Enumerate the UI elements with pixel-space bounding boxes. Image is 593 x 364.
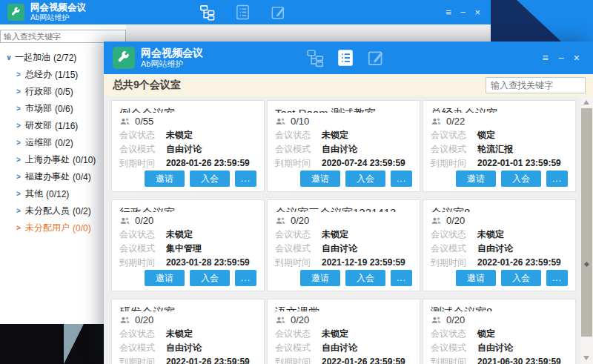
tree-item-label: 市场部 [25, 102, 52, 115]
expire-value: 2020-07-24 23:59:59 [322, 156, 405, 171]
status-value: 锁定 [477, 327, 495, 341]
status-value: 锁定 [477, 128, 495, 142]
chevron-right-icon: > [16, 224, 25, 232]
more-button[interactable]: ... [235, 270, 256, 286]
mode-value: 自由讨论 [166, 142, 202, 156]
meeting-rooms-window: 网会视频会议 Ab网站维护 ≡ − × 总共9个会议室 例会会议室 0/55 会… [104, 42, 593, 364]
vertical-scrollbar[interactable] [580, 96, 593, 364]
tree-item-label: 运维部 [25, 136, 52, 149]
scroll-up-icon[interactable] [583, 100, 589, 105]
status-label: 会议状态 [275, 327, 316, 341]
status-value: 未锁定 [322, 327, 348, 341]
room-card: Test Room 测试教室 0/10 会议状态未锁定 会议模式自由讨论 到期时… [267, 100, 420, 192]
more-button[interactable]: ... [391, 171, 412, 187]
room-search-input[interactable] [486, 77, 586, 93]
room-occupancy: 0/20 [446, 314, 465, 325]
expire-label: 到期时间 [275, 256, 316, 270]
org-tree-view-icon[interactable] [199, 4, 216, 21]
people-icon [119, 215, 130, 226]
room-occupancy: 0/22 [446, 116, 465, 127]
mode-label: 会议模式 [119, 242, 160, 256]
more-button[interactable]: ... [391, 270, 412, 286]
scroll-down-icon[interactable] [583, 356, 589, 360]
org-tree-view-icon[interactable] [305, 48, 325, 67]
status-value: 未锁定 [166, 327, 193, 341]
room-card: 例会会议室 0/55 会议状态未锁定 会议模式自由讨论 到期时间2028-01-… [111, 100, 265, 192]
room-count-summary: 总共9个会议室 [113, 79, 181, 92]
minimize-icon[interactable]: − [460, 7, 466, 18]
tree-item-count: (2/72) [53, 53, 76, 63]
more-button[interactable]: ... [546, 171, 568, 187]
room-list-view-icon[interactable] [234, 4, 251, 21]
chevron-right-icon: > [16, 122, 25, 130]
join-button[interactable]: 入会 [501, 171, 541, 187]
app-subtitle: Ab网站维护 [30, 13, 86, 22]
edit-compose-icon[interactable] [366, 48, 385, 67]
join-button[interactable]: 入会 [345, 171, 385, 187]
mode-value: 自由讨论 [477, 242, 513, 256]
room-list-view-icon-active[interactable] [336, 48, 355, 67]
tree-item-count: (0/10) [73, 155, 96, 165]
join-button[interactable]: 入会 [190, 270, 230, 286]
tree-item-count: (0/4) [73, 172, 91, 182]
expire-value: 2021-12-19 23:59:59 [322, 256, 405, 270]
invite-button[interactable]: 邀请 [456, 171, 496, 187]
close-icon[interactable]: × [474, 7, 480, 18]
mode-value: 自由讨论 [477, 341, 513, 355]
more-button[interactable]: ... [235, 171, 256, 187]
join-button[interactable]: 入会 [501, 270, 541, 286]
minimize-icon[interactable]: − [558, 52, 564, 64]
status-label: 会议状态 [431, 128, 471, 142]
mode-label: 会议模式 [431, 142, 471, 156]
expire-value: 2022-01-26 23:59:59 [166, 355, 250, 364]
mode-value: 集中管理 [166, 242, 202, 256]
mode-value: 自由讨论 [166, 341, 202, 355]
scrollbar-thumb[interactable] [581, 108, 592, 337]
join-button[interactable]: 入会 [190, 171, 230, 187]
room-card: 会议室三会议室123141324141三会... 0/20 会议状态未锁定 会议… [267, 199, 420, 291]
app-logo-wrench-icon [7, 4, 24, 21]
expire-label: 到期时间 [275, 156, 316, 171]
status-value: 未锁定 [166, 128, 193, 142]
invite-button[interactable]: 邀请 [145, 270, 185, 286]
more-button[interactable]: ... [546, 270, 568, 286]
expire-label: 到期时间 [119, 256, 160, 270]
status-value: 未锁定 [322, 128, 348, 142]
tree-item-count: (0/12) [46, 189, 69, 199]
statusbar: 总共9个会议室 [104, 74, 593, 96]
mode-value: 自由讨论 [322, 242, 357, 256]
people-icon [275, 215, 286, 226]
background-window-title: 网会视频会议 Ab网站维护 [30, 2, 86, 22]
meeting-toolbar [305, 42, 385, 74]
room-card: 会议室8 0/20 会议状态未锁定 会议模式自由讨论 到期时间2022-01-2… [423, 199, 576, 291]
meeting-window-title: 网会视频会议 Ab网站维护 [141, 47, 203, 68]
mode-label: 会议模式 [275, 341, 316, 355]
chevron-right-icon: > [16, 173, 25, 181]
expire-value: 2022-01-26 23:59:59 [477, 256, 561, 270]
mode-value: 自由讨论 [322, 142, 357, 156]
room-occupancy: 0/55 [135, 116, 153, 127]
tree-item-label: 研发部 [25, 119, 52, 132]
invite-button[interactable]: 邀请 [145, 171, 185, 187]
chevron-right-icon: > [16, 207, 25, 215]
wallpaper-triangle-shape [64, 324, 84, 364]
invite-button[interactable]: 邀请 [456, 270, 496, 286]
expire-value: 2022-01-01 23:59:59 [477, 156, 561, 171]
app-title: 网会视频会议 [141, 47, 203, 59]
chevron-right-icon: > [16, 139, 25, 147]
join-button[interactable]: 入会 [345, 270, 385, 286]
room-card: 研发会议室 0/20 会议状态未锁定 会议模式自由讨论 到期时间2022-01-… [111, 299, 265, 364]
room-occupancy: 0/20 [291, 215, 309, 226]
edit-compose-icon[interactable] [270, 4, 287, 21]
tree-item-count: (0/2) [55, 138, 73, 148]
menu-icon[interactable]: ≡ [445, 7, 451, 18]
room-name: Test Room 测试教室 [275, 107, 412, 113]
expire-value: 2028-01-26 23:59:59 [166, 156, 250, 171]
menu-icon[interactable]: ≡ [542, 52, 548, 64]
close-icon[interactable]: × [574, 52, 580, 64]
room-name: 会议室8 [431, 206, 568, 212]
invite-button[interactable]: 邀请 [300, 270, 340, 286]
invite-button[interactable]: 邀请 [300, 171, 340, 187]
mode-label: 会议模式 [431, 242, 471, 256]
status-value: 未锁定 [322, 228, 348, 242]
